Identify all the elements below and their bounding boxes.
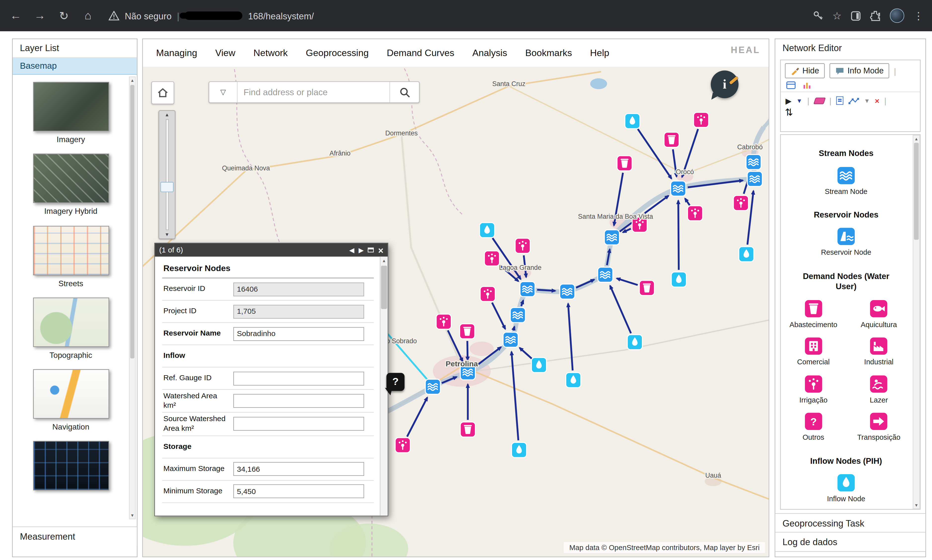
stream-node-icon[interactable]	[837, 166, 855, 185]
log-section[interactable]: Log de dados	[775, 532, 926, 552]
scroll-down-icon[interactable]: ▼	[130, 512, 135, 519]
popup-titlebar[interactable]: (1 of 6) ◀ ▶ ×	[155, 243, 388, 257]
inflow-node-icon[interactable]	[837, 474, 855, 492]
palette-item[interactable]: Industrial	[846, 337, 912, 367]
polyline-icon[interactable]	[849, 97, 859, 105]
irrigation-map-node[interactable]	[395, 438, 410, 453]
inflow-map-node[interactable]	[512, 442, 527, 458]
home-icon[interactable]: ⌂	[81, 9, 95, 22]
basemap-item[interactable]: Streets	[13, 226, 128, 288]
field-input[interactable]	[233, 371, 364, 385]
back-icon[interactable]: ←	[8, 9, 23, 22]
panel-icon[interactable]	[850, 11, 861, 21]
irrigation-node-icon[interactable]	[804, 374, 823, 393]
palette-item[interactable]: Transposição	[846, 412, 912, 442]
search-input[interactable]	[238, 82, 389, 102]
inflow-map-node[interactable]	[566, 372, 581, 388]
kebab-menu-icon[interactable]: ⋮	[913, 9, 924, 22]
cup-map-node[interactable]	[664, 132, 679, 147]
inflow-map-node[interactable]	[531, 358, 546, 373]
scroll-up-icon[interactable]: ▲	[913, 135, 919, 142]
irrigation-map-node[interactable]	[733, 195, 748, 211]
transfer-node-icon[interactable]	[869, 412, 888, 431]
info-bubble-button[interactable]: i	[711, 71, 742, 102]
zoom-in-icon[interactable]: ▲	[159, 112, 175, 118]
menu-item-bookmarks[interactable]: Bookmarks	[525, 48, 572, 58]
hide-button[interactable]: Hide	[785, 63, 824, 78]
help-map-marker[interactable]: ?	[386, 373, 404, 391]
scroll-up-icon[interactable]: ▲	[130, 77, 135, 84]
industrial-node-icon[interactable]	[869, 337, 888, 355]
cup-map-node[interactable]	[639, 280, 654, 295]
basemap-item[interactable]: Navigation	[13, 369, 128, 432]
basemap-item[interactable]: Imagery Hybrid	[13, 154, 128, 217]
palette-item[interactable]: ?Outros	[781, 412, 846, 442]
stream-map-node[interactable]	[560, 284, 575, 299]
layer-list-scrollbar[interactable]: ▲ ▼	[129, 76, 136, 519]
basemap-thumbnail[interactable]	[33, 297, 109, 347]
leisure-node-icon[interactable]	[869, 374, 888, 393]
maximize-icon[interactable]	[368, 248, 374, 252]
zoom-thumb[interactable]	[160, 182, 173, 192]
field-input[interactable]	[233, 305, 364, 318]
measurement-section[interactable]: Measurement	[13, 526, 137, 546]
stream-map-node[interactable]	[604, 230, 620, 245]
palette-item[interactable]: Lazer	[846, 374, 912, 404]
field-input[interactable]	[233, 462, 364, 476]
menu-item-geoprocessing[interactable]: Geoprocessing	[306, 48, 369, 58]
fish-node-icon[interactable]	[869, 299, 888, 318]
irrigation-map-node[interactable]	[693, 112, 708, 128]
basemap-item[interactable]: Topographic	[13, 297, 128, 360]
forward-icon[interactable]: →	[32, 9, 47, 22]
palette-item[interactable]: Inflow Node	[781, 474, 911, 503]
inflow-map-node[interactable]	[480, 223, 495, 238]
inflow-map-node[interactable]	[671, 272, 687, 287]
basemap-thumbnail[interactable]	[33, 369, 109, 418]
address-bar[interactable]: Não seguro | 168/healsystem/	[108, 11, 803, 21]
stream-map-node[interactable]	[746, 154, 761, 170]
zoom-out-icon[interactable]: ▼	[159, 232, 175, 237]
inflow-map-node[interactable]	[625, 114, 640, 129]
commercial-node-icon[interactable]	[804, 337, 823, 355]
palette-item[interactable]: Reservoir Node	[781, 228, 911, 257]
cup-map-node[interactable]	[617, 156, 632, 171]
prev-feature-icon[interactable]: ◀	[349, 243, 355, 257]
stream-map-node[interactable]	[671, 181, 686, 196]
chart-icon[interactable]	[802, 81, 812, 89]
palette-scrollbar[interactable]: ▲ ▼	[913, 135, 920, 509]
key-icon[interactable]	[813, 10, 824, 21]
select-tool-icon[interactable]: ▶	[785, 96, 792, 105]
palette-item[interactable]: Comercial	[781, 337, 846, 367]
swap-direction-icon[interactable]: ⇅	[785, 107, 793, 118]
next-feature-icon[interactable]: ▶	[359, 243, 364, 257]
basemap-item[interactable]: Imagery	[13, 82, 128, 145]
menu-item-analysis[interactable]: Analysis	[472, 48, 507, 58]
field-input[interactable]	[233, 327, 364, 341]
profile-avatar[interactable]	[890, 8, 904, 23]
scroll-thumb[interactable]	[914, 143, 919, 240]
menu-item-view[interactable]: View	[215, 48, 235, 58]
question-node-icon[interactable]: ?	[804, 412, 823, 431]
field-input[interactable]	[233, 282, 364, 296]
reload-icon[interactable]: ↻	[57, 9, 71, 23]
menu-item-help[interactable]: Help	[590, 48, 609, 58]
basemap-thumbnail[interactable]	[33, 441, 109, 491]
basemap-item[interactable]	[13, 441, 128, 491]
basemap-thumbnail[interactable]	[33, 82, 109, 131]
basemap-thumbnail[interactable]	[33, 226, 109, 275]
menu-item-managing[interactable]: Managing	[156, 48, 197, 58]
edit-attributes-icon[interactable]	[836, 97, 843, 105]
scroll-down-icon[interactable]: ▼	[913, 502, 919, 508]
scroll-up-icon[interactable]: ▲	[381, 257, 388, 265]
stream-map-node[interactable]	[598, 267, 613, 282]
irrigation-map-node[interactable]	[688, 206, 703, 221]
stream-map-node[interactable]	[520, 282, 535, 297]
cup-node-icon[interactable]	[804, 299, 823, 318]
reservoir-node-icon[interactable]	[837, 228, 855, 246]
table-view-icon[interactable]	[786, 81, 796, 89]
eraser-icon[interactable]	[813, 97, 826, 104]
geoprocessing-task-section[interactable]: Geoprocessing Task	[775, 513, 926, 532]
basemap-thumbnail[interactable]	[33, 154, 109, 203]
palette-item[interactable]: Aquicultura	[846, 299, 912, 329]
close-icon[interactable]: ×	[378, 245, 383, 255]
